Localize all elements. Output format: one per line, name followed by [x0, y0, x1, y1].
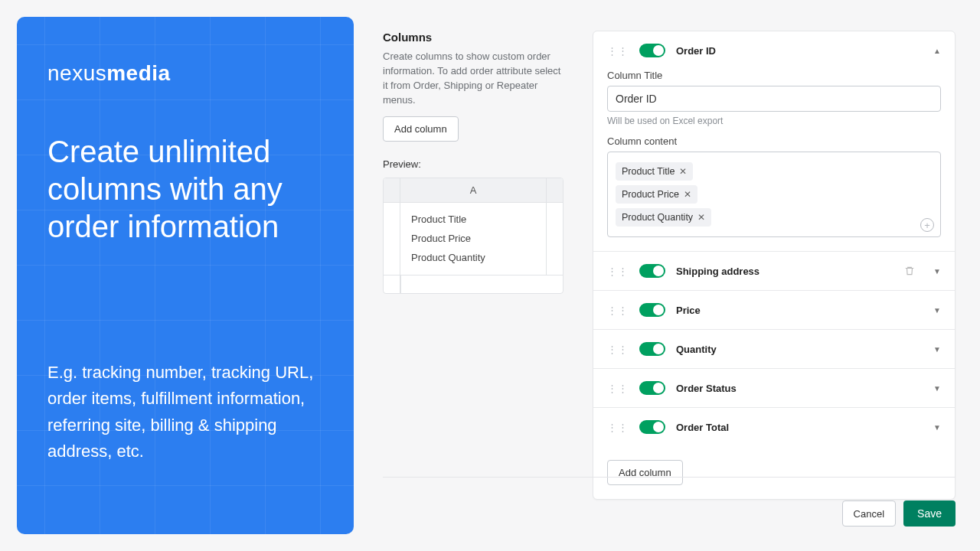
- preview-cell: Product Price: [411, 230, 535, 249]
- save-button[interactable]: Save: [903, 500, 956, 527]
- promo-subtext: E.g. tracking number, tracking URL, orde…: [47, 360, 323, 464]
- panel-title: Price: [676, 305, 923, 316]
- drag-handle-icon[interactable]: ⋮⋮: [607, 422, 629, 433]
- chevron-down-icon[interactable]: ▼: [933, 423, 941, 432]
- promo-headline: Create unlimited columns with any order …: [47, 133, 323, 245]
- chevron-down-icon[interactable]: ▼: [933, 306, 941, 315]
- column-title-label: Column Title: [607, 70, 941, 81]
- drag-handle-icon[interactable]: ⋮⋮: [607, 266, 629, 277]
- preview-cell: Product Quantity: [411, 249, 535, 268]
- preview-table: A Product Title Product Price Product Qu…: [383, 178, 564, 294]
- column-content-tags[interactable]: Product Title✕ Product Price✕ Product Qu…: [607, 152, 941, 237]
- brand-logo: nexusmedia: [47, 61, 323, 86]
- tag-product-price: Product Price✕: [616, 185, 697, 204]
- chevron-down-icon[interactable]: ▼: [933, 384, 941, 393]
- toggle-price[interactable]: [639, 303, 665, 317]
- toggle-order-id[interactable]: [639, 44, 665, 57]
- drag-handle-icon[interactable]: ⋮⋮: [607, 383, 629, 394]
- add-column-button[interactable]: Add column: [383, 116, 459, 142]
- tag-product-quantity: Product Quantity✕: [616, 208, 711, 227]
- preview-label: Preview:: [383, 158, 564, 170]
- panel-title: Order Status: [676, 383, 923, 394]
- add-tag-icon[interactable]: +: [920, 218, 934, 232]
- panel-title: Order ID: [676, 45, 923, 57]
- chevron-down-icon[interactable]: ▼: [933, 345, 941, 354]
- panel-title: Shipping address: [676, 266, 893, 277]
- toggle-shipping[interactable]: [639, 264, 665, 278]
- chevron-down-icon[interactable]: ▼: [933, 267, 941, 276]
- cancel-button[interactable]: Cancel: [842, 500, 896, 527]
- column-title-input[interactable]: [607, 86, 941, 112]
- drag-handle-icon[interactable]: ⋮⋮: [607, 45, 629, 57]
- tag-remove-icon[interactable]: ✕: [679, 166, 687, 177]
- promo-panel: nexusmedia Create unlimited columns with…: [17, 17, 354, 534]
- section-desc: Create columns to show custom order info…: [383, 50, 564, 107]
- columns-card: ⋮⋮ Order ID ▲ Column Title Will be used …: [593, 31, 956, 500]
- divider: [383, 477, 956, 478]
- preview-cell: Product Title: [411, 210, 535, 230]
- preview-header: A: [400, 178, 546, 202]
- panel-title: Quantity: [676, 344, 923, 355]
- column-title-hint: Will be used on Excel export: [607, 116, 941, 126]
- column-content-label: Column content: [607, 135, 941, 147]
- toggle-status[interactable]: [639, 381, 665, 395]
- trash-icon[interactable]: [904, 266, 915, 276]
- panel-title: Order Total: [676, 422, 923, 433]
- toggle-total[interactable]: [639, 420, 665, 434]
- drag-handle-icon[interactable]: ⋮⋮: [607, 344, 629, 355]
- tag-remove-icon[interactable]: ✕: [697, 212, 705, 223]
- drag-handle-icon[interactable]: ⋮⋮: [607, 305, 629, 316]
- add-column-button-bottom[interactable]: Add column: [607, 460, 683, 485]
- chevron-up-icon[interactable]: ▲: [933, 47, 941, 55]
- tag-product-title: Product Title✕: [616, 162, 693, 181]
- toggle-quantity[interactable]: [639, 342, 665, 356]
- section-title: Columns: [383, 31, 564, 44]
- tag-remove-icon[interactable]: ✕: [684, 189, 691, 200]
